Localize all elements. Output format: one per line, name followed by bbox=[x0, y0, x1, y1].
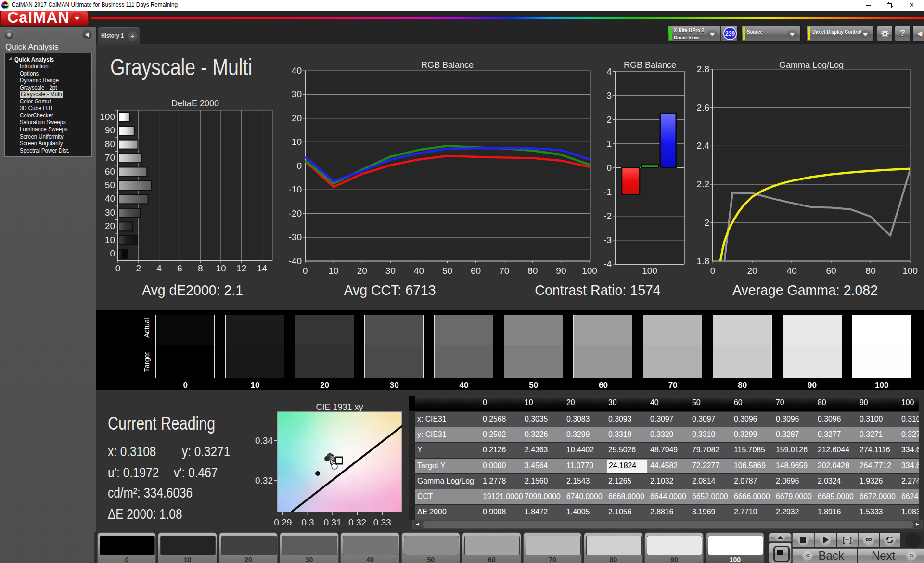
svg-text:30: 30 bbox=[105, 207, 115, 218]
svg-text:40: 40 bbox=[786, 266, 796, 276]
svg-text:70: 70 bbox=[105, 153, 115, 163]
svg-text:14: 14 bbox=[257, 263, 268, 273]
svg-text:-10: -10 bbox=[289, 184, 302, 194]
svg-text:0.32: 0.32 bbox=[255, 475, 273, 486]
svg-text:2.8: 2.8 bbox=[697, 64, 709, 74]
svg-text:10: 10 bbox=[329, 266, 339, 276]
svg-text:10: 10 bbox=[216, 263, 226, 273]
svg-text:6: 6 bbox=[177, 263, 182, 273]
svg-text:10: 10 bbox=[105, 235, 115, 245]
svg-text:0: 0 bbox=[303, 266, 308, 276]
svg-text:0.31: 0.31 bbox=[324, 517, 342, 527]
svg-text:100: 100 bbox=[582, 266, 597, 276]
svg-text:0.29: 0.29 bbox=[274, 517, 292, 527]
svg-text:100: 100 bbox=[100, 112, 115, 122]
svg-text:-40: -40 bbox=[289, 256, 302, 266]
svg-text:50: 50 bbox=[442, 266, 452, 276]
svg-text:40: 40 bbox=[292, 65, 302, 76]
svg-text:60: 60 bbox=[105, 166, 115, 177]
svg-text:2.6: 2.6 bbox=[697, 102, 709, 113]
svg-text:100: 100 bbox=[642, 266, 657, 276]
svg-text:4: 4 bbox=[156, 263, 162, 273]
svg-text:1.8: 1.8 bbox=[697, 256, 709, 266]
svg-text:30: 30 bbox=[385, 266, 396, 276]
svg-text:80: 80 bbox=[105, 139, 115, 149]
svg-text:20: 20 bbox=[292, 113, 302, 123]
svg-text:50: 50 bbox=[105, 180, 115, 190]
svg-text:90: 90 bbox=[556, 266, 566, 276]
svg-text:12: 12 bbox=[236, 263, 246, 273]
svg-text:0.34: 0.34 bbox=[255, 435, 273, 446]
svg-text:0: 0 bbox=[710, 266, 716, 276]
svg-text:-3: -3 bbox=[604, 235, 612, 245]
svg-text:40: 40 bbox=[105, 193, 115, 204]
svg-text:0: 0 bbox=[116, 263, 121, 273]
svg-text:10: 10 bbox=[292, 137, 302, 147]
svg-text:-4: -4 bbox=[604, 259, 612, 269]
svg-text:60: 60 bbox=[826, 266, 836, 276]
svg-text:2.2: 2.2 bbox=[697, 179, 709, 189]
svg-text:-1: -1 bbox=[604, 187, 612, 197]
svg-text:60: 60 bbox=[471, 266, 481, 276]
svg-text:1: 1 bbox=[606, 139, 612, 149]
svg-text:0.33: 0.33 bbox=[373, 517, 391, 527]
svg-text:2: 2 bbox=[136, 263, 141, 273]
svg-text:-30: -30 bbox=[289, 232, 302, 242]
svg-text:20: 20 bbox=[357, 266, 367, 276]
svg-text:20: 20 bbox=[105, 221, 115, 231]
svg-text:2.4: 2.4 bbox=[697, 141, 710, 151]
svg-text:0: 0 bbox=[110, 248, 115, 258]
svg-text:80: 80 bbox=[527, 266, 538, 276]
svg-text:-20: -20 bbox=[289, 208, 302, 218]
svg-text:30: 30 bbox=[292, 89, 302, 99]
svg-text:2: 2 bbox=[606, 115, 612, 125]
svg-text:40: 40 bbox=[414, 266, 424, 276]
svg-text:100: 100 bbox=[902, 266, 918, 276]
svg-text:8: 8 bbox=[198, 263, 203, 273]
svg-text:2: 2 bbox=[704, 218, 709, 228]
svg-text:4: 4 bbox=[606, 66, 612, 77]
svg-text:0.32: 0.32 bbox=[348, 517, 366, 527]
svg-text:20: 20 bbox=[747, 266, 757, 276]
svg-text:0.3: 0.3 bbox=[301, 517, 314, 527]
svg-text:0: 0 bbox=[296, 161, 302, 171]
svg-text:90: 90 bbox=[105, 125, 115, 135]
svg-text:70: 70 bbox=[499, 266, 509, 276]
svg-text:3: 3 bbox=[606, 90, 612, 101]
svg-text:80: 80 bbox=[865, 266, 875, 276]
svg-text:0: 0 bbox=[606, 163, 612, 173]
svg-text:-2: -2 bbox=[604, 211, 612, 221]
